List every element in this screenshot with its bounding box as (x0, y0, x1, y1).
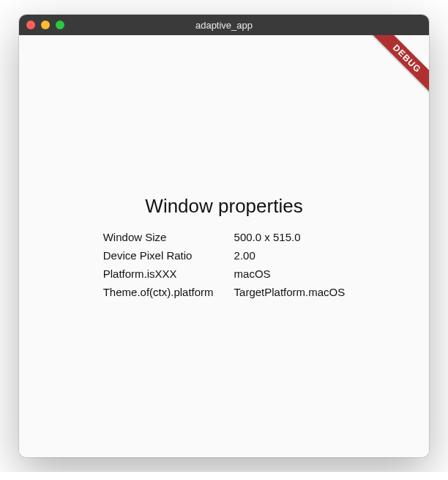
maximize-button[interactable] (56, 21, 64, 29)
property-label: Platform.isXXX (103, 267, 214, 280)
property-value: 500.0 x 515.0 (234, 231, 346, 243)
page-title: Window properties (145, 195, 302, 218)
close-button[interactable] (26, 21, 35, 29)
property-value: TargetPlatform.macOS (234, 286, 346, 298)
property-label: Window Size (103, 231, 214, 243)
content-area: DEBUG Window properties Window Size 500.… (19, 35, 429, 457)
property-value: 2.00 (234, 249, 346, 262)
property-label: Device Pixel Ratio (103, 249, 214, 262)
properties-table: Window Size 500.0 x 515.0 Device Pixel R… (103, 231, 346, 298)
debug-ribbon: DEBUG (365, 35, 429, 100)
app-window: adaptive_app DEBUG Window properties Win… (19, 15, 429, 457)
property-label: Theme.of(ctx).platform (103, 286, 214, 298)
window-title: adaptive_app (19, 20, 429, 31)
titlebar: adaptive_app (19, 15, 429, 35)
traffic-lights (19, 21, 64, 29)
minimize-button[interactable] (41, 21, 50, 29)
property-value: macOS (234, 267, 346, 280)
